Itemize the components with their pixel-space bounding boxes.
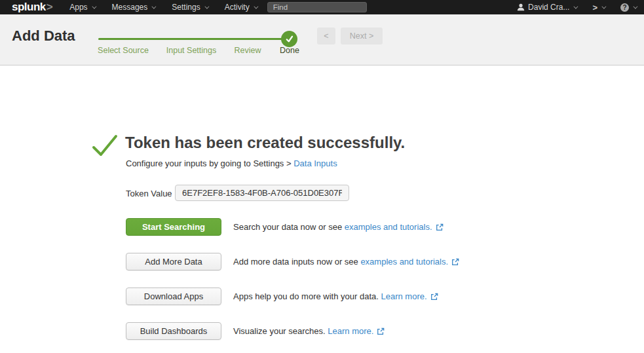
console-icon: > — [592, 3, 597, 12]
chevron-down-icon — [152, 4, 157, 9]
action-text: Search your data now or see — [233, 222, 345, 232]
examples-tutorials-link[interactable]: examples and tutorials. — [345, 222, 432, 232]
splunk-logo-text: splunk — [12, 1, 46, 14]
nav-menu-activity[interactable]: Activity — [225, 3, 257, 12]
success-title: Token has been created successfully. — [125, 134, 405, 152]
action-description: Apps help you do more with your data. Le… — [233, 291, 438, 301]
console-menu[interactable]: > — [592, 3, 605, 12]
user-menu[interactable]: David Cra... — [517, 3, 577, 12]
page: splunk > Apps Messages Settings Activity — [0, 0, 644, 353]
token-value-input[interactable] — [175, 185, 349, 201]
chevron-down-icon — [601, 4, 606, 9]
page-header: Add Data Select Source Input Settings Re… — [0, 14, 644, 65]
build-dashboards-button[interactable]: Build Dashboards — [126, 322, 221, 340]
next-button[interactable]: Next > — [341, 28, 383, 45]
nav-menu-settings-label: Settings — [172, 3, 200, 12]
prev-button[interactable]: < — [317, 28, 335, 45]
configure-subtext: Configure your inputs by going to Settin… — [126, 158, 337, 168]
learn-more-link[interactable]: Learn more. — [328, 326, 373, 336]
user-icon — [517, 3, 525, 11]
help-icon: ? — [620, 3, 629, 12]
data-inputs-link[interactable]: Data Inputs — [294, 158, 337, 168]
action-text: Apps help you do more with your data. — [233, 291, 381, 301]
action-row-add-more-data: Add More Data Add more data inputs now o… — [126, 253, 584, 270]
chevron-down-icon — [92, 4, 96, 9]
configure-subtext-prefix: Configure your inputs by going to Settin… — [126, 158, 294, 168]
chevron-down-icon — [574, 4, 578, 9]
splunk-logo-chevron: > — [47, 1, 52, 14]
external-link-icon — [377, 327, 385, 335]
step-review: Review — [235, 46, 261, 55]
find-input[interactable] — [267, 2, 367, 12]
step-input-settings: Input Settings — [166, 46, 216, 55]
nav-menu-apps[interactable]: Apps — [69, 3, 94, 12]
action-description: Add more data inputs now or see examples… — [233, 257, 459, 267]
success-check-icon — [91, 133, 119, 158]
top-navbar: splunk > Apps Messages Settings Activity — [0, 0, 644, 14]
action-row-build-dashboards: Build Dashboards Visualize your searches… — [126, 322, 584, 340]
chevron-down-icon — [254, 4, 258, 9]
action-text: Add more data inputs now or see — [233, 257, 360, 267]
nav-menu-activity-label: Activity — [225, 3, 250, 12]
page-title: Add Data — [12, 28, 75, 45]
action-row-download-apps: Download Apps Apps help you do more with… — [126, 288, 584, 305]
start-searching-button[interactable]: Start Searching — [126, 218, 221, 236]
help-menu[interactable]: ? — [620, 3, 636, 12]
stepper-progress-line — [98, 38, 287, 40]
examples-tutorials-link[interactable]: examples and tutorials. — [360, 257, 448, 267]
add-more-data-button[interactable]: Add More Data — [126, 253, 221, 270]
nav-menu-messages[interactable]: Messages — [112, 3, 155, 12]
action-row-start-searching: Start Searching Search your data now or … — [126, 218, 584, 236]
chevron-down-icon — [633, 4, 637, 9]
external-link-icon — [430, 293, 438, 301]
nav-menu-apps-label: Apps — [69, 3, 87, 12]
splunk-logo[interactable]: splunk > — [12, 1, 52, 14]
nav-menu-messages-label: Messages — [112, 3, 148, 12]
step-done: Done — [280, 46, 299, 55]
action-text: Visualize your searches. — [233, 326, 328, 336]
done-check-icon — [281, 31, 297, 47]
step-select-source: Select Source — [98, 46, 149, 55]
user-name: David Cra... — [528, 3, 569, 12]
external-link-icon — [436, 223, 444, 231]
chevron-down-icon — [204, 4, 209, 9]
action-description: Visualize your searches. Learn more. — [233, 326, 385, 336]
action-description: Search your data now or see examples and… — [233, 222, 444, 232]
topbar-right: David Cra... > ? — [517, 3, 636, 12]
learn-more-link[interactable]: Learn more. — [381, 291, 426, 301]
external-link-icon — [451, 258, 459, 266]
download-apps-button[interactable]: Download Apps — [126, 288, 221, 305]
nav-menu-settings[interactable]: Settings — [172, 3, 207, 12]
token-value-label: Token Value — [126, 189, 172, 198]
